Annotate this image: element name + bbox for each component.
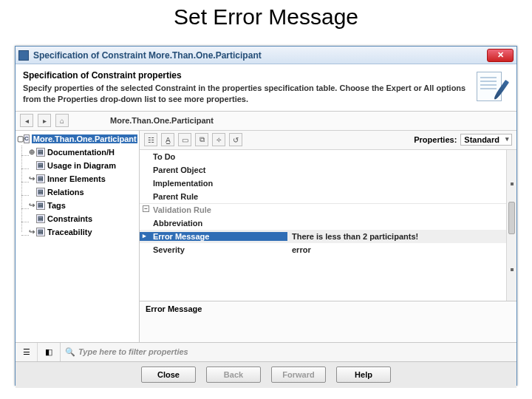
dialog-buttons: Close Back Forward Help xyxy=(16,361,516,388)
header-strip: Specification of Constraint properties S… xyxy=(16,64,516,112)
prop-group-validation[interactable]: −Validation Rule xyxy=(140,203,516,216)
home-button[interactable]: ⌂ xyxy=(55,114,69,127)
collapse-grp-button[interactable]: ⧉ xyxy=(195,133,208,146)
prop-row[interactable]: Implementation xyxy=(140,177,516,190)
header-subtitle: Specify properties of the selected Const… xyxy=(23,83,469,105)
properties-label: Properties: xyxy=(414,135,457,144)
tree-item-documentation[interactable]: ⊕▤Documentation/H xyxy=(27,146,137,159)
reset-button[interactable]: ↺ xyxy=(229,133,242,146)
categorize-button[interactable]: ☷ xyxy=(144,133,157,146)
grid-scrollbar[interactable] xyxy=(506,150,516,301)
close-icon[interactable]: ✕ xyxy=(487,49,514,62)
tree-item-traceability[interactable]: ↪▤Traceability xyxy=(27,225,137,239)
view-split-button[interactable]: ◧ xyxy=(38,343,60,361)
prop-row[interactable]: Parent Object xyxy=(140,163,516,177)
dialog-window: Specification of Constraint More.Than.On… xyxy=(15,46,517,386)
description-title: Error Message xyxy=(146,304,511,313)
edit-document-icon xyxy=(475,70,509,104)
slide-title: Set Error Message xyxy=(0,0,532,35)
tree-item-usage[interactable]: ▤Usage in Diagram xyxy=(27,159,137,172)
prop-row-abbrev[interactable]: Abbreviation xyxy=(140,216,516,230)
prop-row[interactable]: To Do xyxy=(140,150,516,163)
error-message-value[interactable]: There is less than 2 participants! xyxy=(287,232,516,241)
forward-history-button[interactable]: ▸ xyxy=(38,114,51,127)
description-pane: Error Message xyxy=(140,301,516,342)
search-icon: 🔍 xyxy=(65,347,75,357)
forward-button[interactable]: Forward xyxy=(271,366,326,383)
history-toolbar: ◂ ▸ ⌂ More.Than.One.Participant xyxy=(16,112,516,131)
app-icon xyxy=(18,50,29,61)
category-tree: ▢C More.Than.One.Participant ⊕▤Documenta… xyxy=(16,131,140,342)
help-button[interactable]: Help xyxy=(336,366,391,383)
back-history-button[interactable]: ◂ xyxy=(20,114,33,127)
collapse-icon[interactable]: − xyxy=(143,205,149,212)
filter-input[interactable]: 🔍 Type here to filter properties xyxy=(61,347,516,357)
view-tree-button[interactable]: ☰ xyxy=(16,343,38,361)
tree-item-relations[interactable]: ▤Relations xyxy=(27,185,137,199)
properties-mode-combo[interactable]: Standard xyxy=(460,134,512,146)
tree-item-tags[interactable]: ↪▤Tags xyxy=(27,199,137,212)
back-button[interactable]: Back xyxy=(206,366,261,383)
prop-row-severity[interactable]: Severityerror xyxy=(140,243,516,256)
property-grid: To Do Parent Object Implementation Paren… xyxy=(140,150,516,301)
titlebar: Specification of Constraint More.Than.On… xyxy=(16,47,516,64)
prop-row[interactable]: Parent Rule xyxy=(140,190,516,203)
window-title: Specification of Constraint More.Than.On… xyxy=(33,50,487,61)
tree-root-node[interactable]: ▢C More.Than.One.Participant xyxy=(17,132,137,146)
breadcrumb: More.Than.One.Participant xyxy=(110,116,214,125)
header-title: Specification of Constraint properties xyxy=(23,70,469,81)
tree-item-inner[interactable]: ↪▤Inner Elements xyxy=(27,172,137,185)
prop-row-error-message[interactable]: Error MessageThere is less than 2 partic… xyxy=(140,230,516,243)
sort-alpha-button[interactable]: A̲ xyxy=(161,133,174,146)
expand-button[interactable]: ▭ xyxy=(178,133,191,146)
close-button[interactable]: Close xyxy=(141,366,196,383)
property-toolbar: ☷ A̲ ▭ ⧉ ✧ ↺ Properties: Standard xyxy=(140,131,516,150)
bottom-toolbar: ☰ ◧ 🔍 Type here to filter properties xyxy=(16,342,516,361)
tree-item-constraints[interactable]: ▤Constraints xyxy=(27,212,137,225)
customize-button[interactable]: ✧ xyxy=(212,133,225,146)
